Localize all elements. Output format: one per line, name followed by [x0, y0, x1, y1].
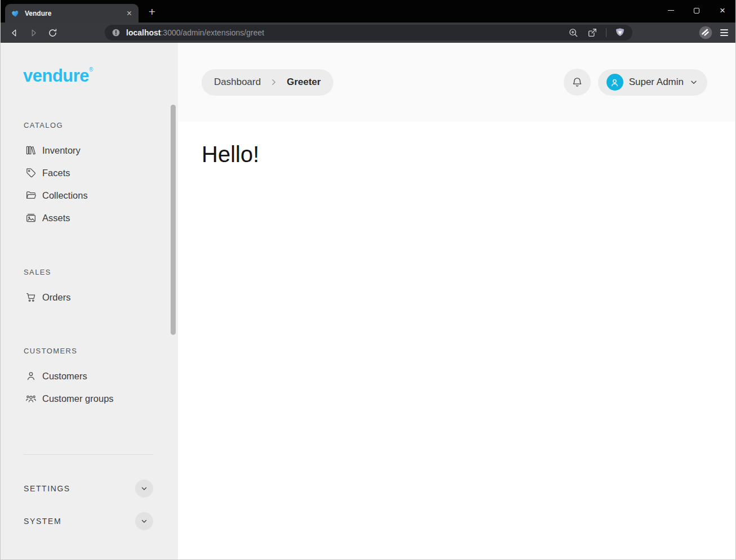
system-expand-button[interactable] — [135, 512, 153, 530]
forward-icon — [28, 28, 39, 38]
inventory-icon — [25, 145, 37, 156]
window-close-button[interactable]: × — [710, 0, 735, 21]
reload-icon — [47, 28, 58, 38]
main-header: Dashboard Greeter Super Admin — [178, 43, 735, 122]
greeting-heading: Hello! — [202, 142, 735, 167]
site-info-icon[interactable] — [111, 28, 121, 37]
window-maximize-button[interactable] — [684, 0, 710, 21]
sales-nav-list: Orders — [1, 286, 178, 308]
back-button[interactable] — [7, 25, 21, 40]
catalog-nav-list: Inventory Facets Collections Assets — [1, 139, 178, 229]
sidebar-item-facets[interactable]: Facets — [1, 162, 178, 184]
browser-toolbar: localhost:3000/admin/extensions/greet — [1, 23, 735, 43]
trademark-symbol: ® — [89, 66, 93, 73]
sidebar-item-settings[interactable]: SETTINGS — [24, 475, 153, 502]
customers-icon — [25, 370, 37, 382]
page-content: Hello! — [178, 122, 735, 167]
vendure-admin-page: vendure® CATALOG Inventory Facets Collec… — [1, 43, 735, 559]
sidebar-section-catalog: CATALOG — [24, 121, 178, 129]
vendure-logo[interactable]: vendure® — [23, 66, 178, 86]
user-menu-button[interactable]: Super Admin — [598, 69, 707, 96]
bell-icon — [571, 76, 583, 88]
vendure-favicon-heart-icon — [11, 9, 20, 18]
chevron-right-icon — [269, 78, 278, 87]
brave-shield-icon[interactable] — [614, 27, 626, 38]
main-area: Dashboard Greeter Super Admin — [178, 43, 735, 559]
collections-icon — [25, 190, 37, 201]
notifications-button[interactable] — [564, 69, 591, 96]
sidebar-item-orders[interactable]: Orders — [1, 286, 178, 308]
sidebar-item-assets[interactable]: Assets — [1, 207, 178, 229]
browser-tab[interactable]: Vendure × — [5, 4, 139, 23]
chevron-down-icon — [689, 78, 698, 87]
browser-window: Vendure × + × localhost:3000/admin/exten… — [0, 0, 736, 560]
breadcrumb-current: Greeter — [287, 77, 320, 88]
chevron-down-icon — [140, 485, 148, 492]
sidebar-item-collections[interactable]: Collections — [1, 184, 178, 207]
tab-close-icon[interactable]: × — [126, 9, 133, 18]
new-tab-button[interactable]: + — [145, 6, 159, 19]
breadcrumb: Dashboard Greeter — [202, 69, 333, 96]
orders-icon — [25, 292, 37, 303]
customers-nav-list: Customers Customer groups — [1, 365, 178, 410]
hamburger-icon — [720, 29, 728, 30]
sidebar-item-customers[interactable]: Customers — [1, 365, 178, 387]
profile-avatar-icon[interactable] — [698, 25, 713, 40]
sidebar-section-customers: CUSTOMERS — [24, 347, 178, 355]
back-icon — [9, 28, 20, 38]
url-path: :3000/admin/extensions/greet — [160, 28, 264, 37]
user-name: Super Admin — [629, 77, 684, 88]
user-icon — [609, 77, 620, 88]
chevron-down-icon — [140, 517, 148, 525]
sidebar-item-system[interactable]: SYSTEM — [24, 508, 153, 535]
browser-menu-button[interactable] — [718, 27, 730, 38]
window-minimize-button[interactable] — [658, 0, 684, 21]
header-actions: Super Admin — [564, 69, 707, 96]
minimize-icon — [668, 10, 674, 11]
url-host: localhost — [126, 28, 160, 37]
user-avatar — [606, 74, 623, 91]
share-icon[interactable] — [587, 27, 598, 38]
zoom-icon[interactable] — [568, 27, 579, 38]
reload-button[interactable] — [45, 25, 60, 40]
facets-icon — [25, 167, 37, 178]
assets-icon — [25, 212, 37, 223]
sidebar-divider — [24, 454, 153, 455]
address-bar[interactable]: localhost:3000/admin/extensions/greet — [105, 25, 632, 41]
sidebar: vendure® CATALOG Inventory Facets Collec… — [1, 43, 178, 559]
sidebar-item-customer-groups[interactable]: Customer groups — [1, 387, 178, 410]
forward-button[interactable] — [26, 25, 41, 40]
maximize-icon — [694, 8, 699, 14]
sidebar-section-sales: SALES — [24, 268, 178, 276]
sidebar-item-inventory[interactable]: Inventory — [1, 139, 178, 162]
url-text: localhost:3000/admin/extensions/greet — [126, 28, 264, 37]
breadcrumb-dashboard-link[interactable]: Dashboard — [214, 77, 261, 88]
settings-expand-button[interactable] — [135, 480, 153, 498]
customer-groups-icon — [25, 393, 37, 404]
window-controls: × — [658, 0, 735, 21]
sidebar-scrollbar-thumb[interactable] — [171, 105, 176, 335]
tab-title: Vendure — [25, 10, 126, 17]
toolbar-divider — [606, 28, 606, 37]
browser-titlebar: Vendure × + × — [1, 0, 735, 23]
